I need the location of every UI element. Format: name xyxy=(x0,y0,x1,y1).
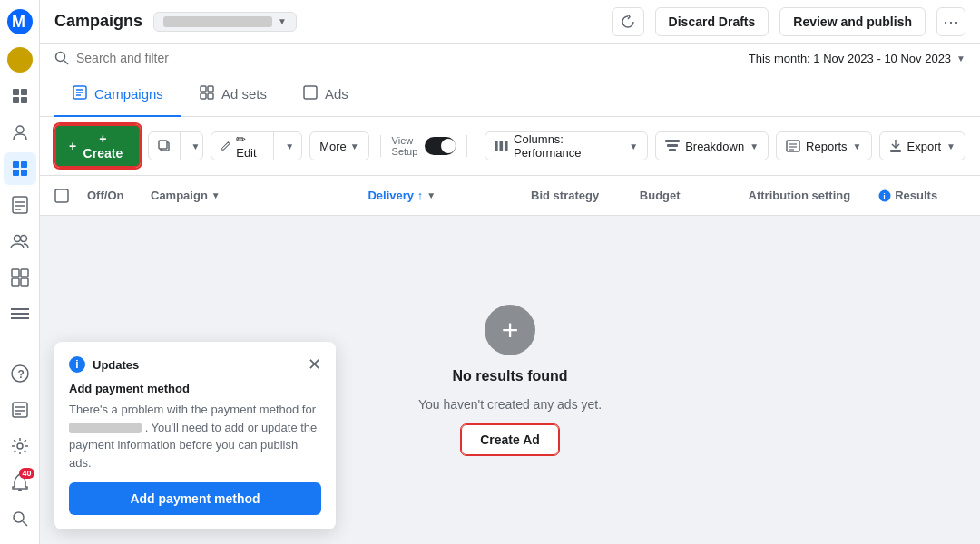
col-header-off-on: Off/On xyxy=(87,189,151,202)
duplicate-chevron-icon: ▼ xyxy=(191,141,201,151)
menu-icon[interactable] xyxy=(4,297,36,330)
date-chevron-icon: ▼ xyxy=(956,53,965,63)
content-area: + No results found You haven't created a… xyxy=(40,216,980,544)
svg-text:i: i xyxy=(883,192,886,201)
tab-campaigns[interactable]: Campaigns xyxy=(54,73,181,117)
create-button[interactable]: + + Create xyxy=(54,124,141,168)
breakdown-icon xyxy=(665,140,680,152)
svg-rect-4 xyxy=(13,97,19,103)
tab-adsets[interactable]: Ad sets xyxy=(181,73,285,117)
popup-close-button[interactable]: ✕ xyxy=(308,356,321,373)
view-setup-button[interactable]: ViewSetup xyxy=(392,135,418,157)
svg-rect-46 xyxy=(505,141,508,151)
svg-text:?: ? xyxy=(17,368,24,381)
audience-icon[interactable] xyxy=(4,225,36,257)
campaign-sort-icon: ▼ xyxy=(211,190,220,200)
svg-line-33 xyxy=(23,521,27,526)
svg-rect-8 xyxy=(21,161,27,168)
reports-dropdown[interactable]: Reports ▼ xyxy=(776,131,871,160)
tab-ads[interactable]: Ads xyxy=(285,73,367,117)
document-icon[interactable] xyxy=(4,189,36,221)
svg-rect-39 xyxy=(201,93,206,99)
ads-tab-label: Ads xyxy=(325,86,348,102)
more-chevron-icon: ▼ xyxy=(350,141,359,151)
svg-rect-41 xyxy=(304,86,317,99)
account-selector[interactable]: ▼ xyxy=(153,12,297,32)
col-header-attribution: Attribution setting xyxy=(749,189,879,202)
col-header-delivery[interactable]: Delivery ↑ ▼ xyxy=(368,189,531,202)
meta-logo: M xyxy=(7,9,33,38)
reports-chevron-icon: ▼ xyxy=(853,141,862,151)
separator2 xyxy=(466,135,467,157)
more-button[interactable]: More ▼ xyxy=(309,131,369,160)
popup-subtitle: Add payment method xyxy=(69,382,321,395)
edit-icon xyxy=(220,140,231,152)
results-info-icon[interactable]: i xyxy=(878,189,891,202)
edit-button[interactable]: ✏ Edit ▼ xyxy=(211,131,302,160)
svg-rect-5 xyxy=(21,97,27,103)
edit-chevron-icon: ▼ xyxy=(285,141,294,151)
svg-point-30 xyxy=(17,443,23,449)
refresh-button[interactable] xyxy=(612,7,644,36)
svg-point-6 xyxy=(16,126,24,133)
svg-point-16 xyxy=(20,236,26,242)
view-toggle[interactable] xyxy=(425,137,455,155)
campaigns-nav-icon[interactable] xyxy=(4,152,36,185)
notification-icon[interactable]: 40 xyxy=(4,466,36,499)
campaigns-tab-label: Campaigns xyxy=(94,86,163,102)
catalog-icon[interactable] xyxy=(4,261,36,294)
blurred-account xyxy=(69,423,142,433)
search-input[interactable] xyxy=(76,51,405,65)
add-payment-button[interactable]: Add payment method xyxy=(69,482,321,515)
user-avatar[interactable] xyxy=(7,47,33,73)
breakdown-dropdown[interactable]: Breakdown ▼ xyxy=(655,131,769,160)
toggle-knob xyxy=(441,139,456,153)
notification-badge: 40 xyxy=(19,468,34,479)
settings-icon[interactable] xyxy=(4,430,36,462)
col-header-campaign[interactable]: Campaign ▼ xyxy=(151,189,368,202)
svg-rect-10 xyxy=(21,170,27,176)
campaigns-tab-icon xyxy=(73,85,87,102)
columns-icon xyxy=(495,141,508,151)
svg-rect-19 xyxy=(12,278,19,286)
table-header: Off/On Campaign ▼ Delivery ↑ ▼ Bid strat… xyxy=(40,176,980,216)
news-icon[interactable] xyxy=(4,393,36,426)
date-range[interactable]: This month: 1 Nov 2023 - 10 Nov 2023 ▼ xyxy=(749,52,965,65)
help-icon[interactable]: ? xyxy=(4,357,36,390)
duplicate-button[interactable]: ▼ xyxy=(148,131,204,160)
create-ad-button[interactable]: Create Ad xyxy=(461,424,559,455)
person-icon[interactable] xyxy=(4,116,36,149)
discard-drafts-button[interactable]: Discard Drafts xyxy=(655,7,769,36)
export-dropdown[interactable]: Export ▼ xyxy=(879,131,965,160)
col-header-bid: Bid strategy xyxy=(531,189,640,202)
view-setup-label: ViewSetup xyxy=(392,135,418,157)
popup-title-row: i Updates xyxy=(69,356,139,373)
top-header: Campaigns ▼ Discard Drafts Review and pu… xyxy=(40,0,980,44)
col-header-results: i Results xyxy=(878,189,965,202)
columns-dropdown[interactable]: Columns: Performance ▼ xyxy=(485,131,648,160)
popup-updates-label: Updates xyxy=(93,358,139,372)
delivery-sort-icon: ▼ xyxy=(426,190,436,200)
svg-rect-3 xyxy=(21,89,27,95)
review-publish-button[interactable]: Review and publish xyxy=(779,7,926,36)
svg-rect-47 xyxy=(665,140,680,142)
select-all-checkbox[interactable] xyxy=(54,189,87,203)
svg-point-15 xyxy=(14,236,20,242)
updates-popup: i Updates ✕ Add payment method There's a… xyxy=(54,342,336,529)
svg-rect-11 xyxy=(13,197,27,213)
svg-rect-20 xyxy=(21,278,28,286)
svg-rect-7 xyxy=(13,161,19,168)
svg-rect-43 xyxy=(159,141,167,149)
svg-rect-45 xyxy=(500,141,504,151)
adsets-tab-icon xyxy=(200,85,214,102)
svg-rect-44 xyxy=(495,141,498,151)
search-sidebar-icon[interactable] xyxy=(4,502,36,535)
svg-point-32 xyxy=(14,512,24,522)
popup-header: i Updates ✕ xyxy=(69,356,321,373)
date-range-value: This month: 1 Nov 2023 - 10 Nov 2023 xyxy=(749,52,951,65)
svg-rect-9 xyxy=(13,170,19,176)
search-bar: This month: 1 Nov 2023 - 10 Nov 2023 ▼ xyxy=(40,44,980,73)
more-options-button[interactable]: ⋯ xyxy=(936,7,965,36)
home-icon[interactable] xyxy=(4,80,36,112)
svg-rect-48 xyxy=(667,144,678,147)
